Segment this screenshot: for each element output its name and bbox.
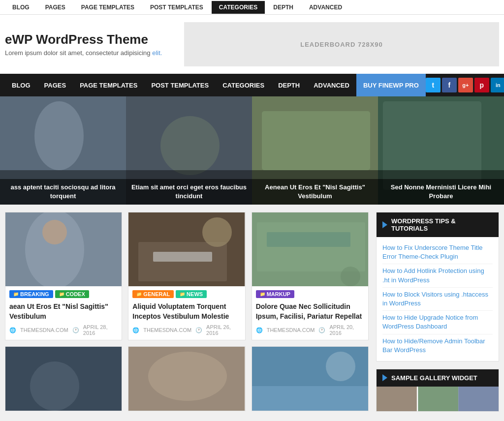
nav-post-templates[interactable]: POST TEMPLATES — [144, 74, 216, 96]
article-card-3: MARKUP Dolore Quae Nec Sollicitudin Ipsu… — [252, 212, 369, 340]
svg-point-26 — [148, 352, 227, 401]
article-date-icon-2: 🕐 — [195, 327, 202, 333]
svg-point-4 — [160, 116, 220, 175]
admin-tab-blog[interactable]: BLOG — [5, 1, 37, 14]
article-meta-1: 🌐 THEMESDNA.COM 🕐 APRIL 28, 2016 — [5, 324, 122, 340]
widget-gallery-header: SAMPLE GALLERY WIDGET — [377, 369, 499, 387]
svg-point-24 — [30, 361, 79, 411]
svg-rect-28 — [252, 386, 368, 411]
widget-wordpress-tips: WORDPRESS TIPS & TUTORIALS How to Fix Un… — [376, 212, 499, 361]
article-meta-2: 🌐 THEMESDNA.COM 🕐 APRIL 26, 2016 — [128, 324, 245, 340]
hero-slide-1-caption: ass aptent taciti sociosqu ad litora tor… — [0, 179, 126, 205]
admin-tab-pages[interactable]: PAGES — [38, 1, 73, 14]
nav-advanced[interactable]: ADVANCED — [307, 74, 356, 96]
svg-rect-21 — [267, 232, 350, 247]
article-grid: BREAKING CODEX aean Ut Eros Et "Nisl Sag… — [5, 212, 369, 340]
admin-tab-advanced[interactable]: ADVANCED — [302, 1, 349, 14]
article-thumb-2-image — [128, 212, 245, 286]
svg-point-22 — [341, 267, 360, 286]
admin-tab-categories[interactable]: CATEGORIES — [212, 1, 265, 14]
article-thumb-2[interactable] — [128, 212, 245, 286]
widget-gallery: SAMPLE GALLERY WIDGET — [376, 369, 499, 412]
article-source-icon-2: 🌐 — [132, 327, 139, 333]
article-date-icon-1: 🕐 — [72, 327, 79, 333]
admin-tab-depth[interactable]: DEPTH — [266, 1, 301, 14]
tag-markup[interactable]: MARKUP — [256, 290, 294, 298]
hero-slide-2[interactable]: Etiam sit amet orci eget eros faucibus t… — [126, 96, 252, 205]
bottom-thumb-2[interactable] — [128, 347, 245, 411]
admin-tab-post-templates[interactable]: POST TEMPLATES — [143, 1, 211, 14]
article-tags-3: MARKUP — [252, 286, 368, 300]
widget-wordpress-tips-title: WORDPRESS TIPS & TUTORIALS — [391, 217, 493, 232]
svg-rect-18 — [153, 252, 212, 262]
nav-buy-pro[interactable]: BUY FINEWP PRO — [356, 74, 426, 96]
nav-blog[interactable]: BLOG — [5, 74, 37, 96]
tag-news[interactable]: NEWS — [176, 290, 207, 298]
svg-point-29 — [326, 352, 355, 381]
article-date-icon-3: 🕐 — [318, 327, 325, 333]
social-google-plus[interactable]: g+ — [458, 78, 473, 92]
article-title-1[interactable]: aean Ut Eros Et "Nisl Sagittis" Vestibul… — [5, 300, 122, 324]
widget-arrow-1 — [382, 221, 387, 228]
gallery-placeholder — [377, 387, 499, 411]
widget-wordpress-tips-links: How to Fix Underscore Theme Title Error … — [377, 237, 499, 361]
widget-link-1[interactable]: How to Fix Underscore Theme Title Error … — [382, 241, 493, 264]
bottom-thumb-3[interactable] — [252, 347, 368, 411]
svg-rect-30 — [377, 387, 417, 411]
tag-codex[interactable]: CODEX — [55, 290, 89, 298]
article-date-1: APRIL 28, 2016 — [83, 324, 118, 336]
nav-page-templates[interactable]: PAGE TEMPLATES — [73, 74, 144, 96]
article-date-2: APRIL 26, 2016 — [206, 324, 241, 336]
article-source-2: THEMESDNA.COM — [143, 327, 191, 333]
svg-rect-31 — [418, 387, 458, 411]
article-thumb-3-image — [252, 212, 368, 286]
svg-rect-32 — [458, 387, 499, 411]
hero-slide-3[interactable]: Aenean Ut Eros Et "Nisl Sagittis" Vestib… — [252, 96, 378, 205]
widget-link-5[interactable]: How to Hide/Remove Admin Toolbar Bar Wor… — [382, 334, 493, 357]
article-tags-2: GENERAL NEWS — [128, 286, 245, 300]
leaderboard-ad: LEADERBOARD 728X90 — [184, 22, 499, 66]
article-grid-bottom — [5, 346, 369, 411]
bottom-article-1 — [5, 346, 122, 411]
main-content: BREAKING CODEX aean Ut Eros Et "Nisl Sag… — [5, 212, 369, 419]
widget-gallery-title: SAMPLE GALLERY WIDGET — [391, 374, 477, 382]
site-title: eWP WordPress Theme — [5, 32, 184, 47]
article-thumb-3[interactable] — [252, 212, 368, 286]
social-linkedin[interactable]: in — [491, 78, 504, 92]
site-subtitle: Lorem ipsum dolor sit amet, consectetur … — [5, 49, 184, 57]
widget-link-4[interactable]: How to Hide Upgrade Notice from WordPres… — [382, 311, 493, 334]
article-source-icon-1: 🌐 — [9, 327, 16, 333]
bottom-thumb-1-image — [5, 347, 122, 411]
article-thumb-1[interactable] — [5, 212, 122, 286]
article-source-icon-3: 🌐 — [256, 327, 263, 333]
bottom-article-3 — [252, 346, 369, 411]
article-source-1: THEMESDNA.COM — [20, 327, 68, 333]
nav-depth[interactable]: DEPTH — [271, 74, 307, 96]
nav-categories[interactable]: CATEGORIES — [216, 74, 271, 96]
social-pinterest[interactable]: p — [474, 78, 489, 92]
hero-slide-4[interactable]: Sed Nonne Merninisti Licere Mihi Probare — [378, 96, 504, 205]
widget-gallery-content — [377, 387, 499, 411]
social-twitter[interactable]: t — [426, 78, 441, 92]
article-title-2[interactable]: Aliquid Voluptatem Torquent Inceptos Ves… — [128, 300, 245, 324]
bottom-thumb-1[interactable] — [5, 347, 122, 411]
admin-tab-page-templates[interactable]: PAGE TEMPLATES — [74, 1, 142, 14]
widget-link-3[interactable]: How to Block Visitors using .htaccess in… — [382, 288, 493, 311]
tag-breaking[interactable]: BREAKING — [9, 290, 53, 298]
hero-slide-2-caption: Etiam sit amet orci eget eros faucibus t… — [126, 179, 252, 205]
hero-slide-1[interactable]: ass aptent taciti sociosqu ad litora tor… — [0, 96, 126, 205]
article-title-3[interactable]: Dolore Quae Nec Sollicitudin Ipsum, Faci… — [252, 300, 368, 324]
article-thumb-1-image — [5, 212, 122, 286]
widget-link-2[interactable]: How to Add Hotlink Protection using .ht … — [382, 264, 493, 287]
svg-point-17 — [202, 217, 232, 247]
tag-general[interactable]: GENERAL — [132, 290, 174, 298]
svg-point-1 — [34, 101, 84, 170]
bottom-thumb-3-image — [252, 347, 368, 411]
nav-pages[interactable]: PAGES — [37, 74, 73, 96]
social-facebook[interactable]: f — [442, 78, 457, 92]
article-source-3: THEMESDNA.COM — [267, 327, 315, 333]
admin-bar: BLOG PAGES PAGE TEMPLATES POST TEMPLATES… — [0, 0, 504, 15]
widget-wordpress-tips-header: WORDPRESS TIPS & TUTORIALS — [377, 212, 499, 237]
subtitle-link[interactable]: elit. — [152, 49, 162, 57]
social-icons: t f g+ p in 📷 ▶ ✉ ☰ — [426, 78, 504, 92]
